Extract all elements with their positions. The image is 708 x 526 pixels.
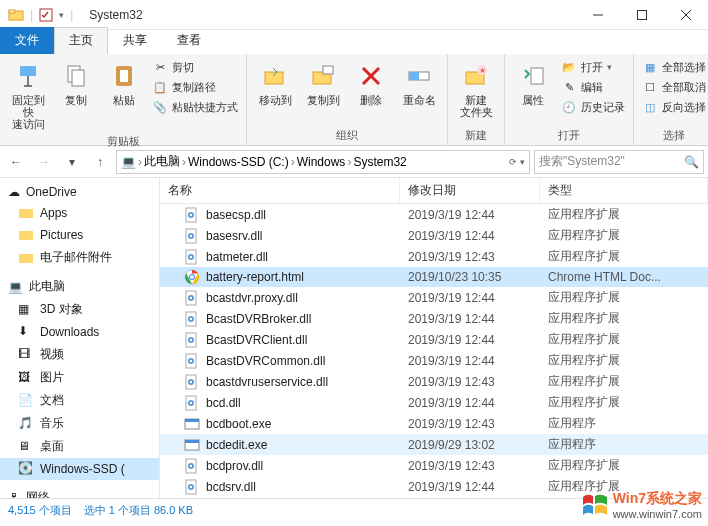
pin-button[interactable]: 固定到快 速访问 [6,58,50,132]
moveto-button[interactable]: 移动到 [253,58,297,108]
nav-music[interactable]: 🎵音乐 [0,412,159,435]
file-row[interactable]: bcdprov.dll2019/3/19 12:43应用程序扩展 [160,455,708,476]
col-date[interactable]: 修改日期 [400,178,540,203]
bc-system32[interactable]: System32 [353,155,406,169]
file-icon [184,207,200,223]
nav-videos[interactable]: 🎞视频 [0,343,159,366]
file-row[interactable]: batmeter.dll2019/3/19 12:43应用程序扩展 [160,246,708,267]
nav-docs[interactable]: 📄文档 [0,389,159,412]
file-row[interactable]: battery-report.html2019/10/23 10:35Chrom… [160,267,708,287]
rename-button[interactable]: 重命名 [397,58,441,108]
file-row[interactable]: BcastDVRClient.dll2019/3/19 12:44应用程序扩展 [160,329,708,350]
svg-point-28 [190,213,192,215]
file-name: BcastDVRCommon.dll [206,354,325,368]
file-icon [184,479,200,495]
nav-pictures[interactable]: Pictures [0,224,159,246]
nav-ssd[interactable]: 💽Windows-SSD ( [0,458,159,480]
svg-point-31 [190,234,192,236]
file-row[interactable]: bcd.dll2019/3/19 12:44应用程序扩展 [160,392,708,413]
file-icon [184,353,200,369]
up-button[interactable]: ↑ [88,150,112,174]
file-icon [184,395,200,411]
copy-button[interactable]: 复制 [54,58,98,108]
file-row[interactable]: bcdedit.exe2019/9/29 13:02应用程序 [160,434,708,455]
invertsel-button[interactable]: ◫反向选择 [640,98,708,116]
file-date: 2019/3/19 12:43 [400,250,540,264]
bc-dropdown-icon[interactable]: ⟳ ▾ [509,157,525,167]
minimize-button[interactable] [576,0,620,30]
file-date: 2019/3/19 12:44 [400,229,540,243]
file-row[interactable]: basecsp.dll2019/3/19 12:44应用程序扩展 [160,204,708,225]
nav-thispc[interactable]: 💻此电脑 [0,275,159,298]
col-name[interactable]: 名称 [160,178,400,203]
file-date: 2019/3/19 12:44 [400,396,540,410]
close-button[interactable] [664,0,708,30]
back-button[interactable]: ← [4,150,28,174]
nav-network[interactable]: 🖧网络 [0,486,159,498]
properties-button[interactable]: 属性 [511,58,555,108]
nav-3d[interactable]: ▦3D 对象 [0,298,159,321]
paste-button[interactable]: 粘贴 [102,58,146,108]
file-date: 2019/3/19 12:44 [400,333,540,347]
breadcrumb[interactable]: 💻 › 此电脑› Windows-SSD (C:)› Windows› Syst… [116,150,530,174]
tab-view[interactable]: 查看 [162,27,216,54]
tab-home[interactable]: 主页 [54,27,108,54]
file-row[interactable]: bcastdvruserservice.dll2019/3/19 12:43应用… [160,371,708,392]
nav-apps[interactable]: Apps [0,202,159,224]
file-date: 2019/10/23 10:35 [400,270,540,284]
copyto-button[interactable]: 复制到 [301,58,345,108]
column-headers[interactable]: 名称 修改日期 类型 [160,178,708,204]
qat-down-icon[interactable]: ▾ [59,10,64,20]
file-type: 应用程序扩展 [540,289,708,306]
maximize-button[interactable] [620,0,664,30]
nav-onedrive[interactable]: ☁OneDrive [0,182,159,202]
col-type[interactable]: 类型 [540,178,708,203]
file-date: 2019/3/19 12:44 [400,480,540,494]
qat-check-icon[interactable] [39,8,53,22]
file-date: 2019/3/19 12:44 [400,312,540,326]
tab-share[interactable]: 共享 [108,27,162,54]
bc-drive[interactable]: Windows-SSD (C:) [188,155,289,169]
nav-downloads[interactable]: ⬇Downloads [0,321,159,343]
copypath-button[interactable]: 📋复制路径 [150,78,240,96]
recent-button[interactable]: ▾ [60,150,84,174]
status-selection: 选中 1 个项目 86.0 KB [84,503,193,518]
folder-icon [18,205,34,221]
bc-windows[interactable]: Windows [297,155,346,169]
file-name: basecsp.dll [206,208,266,222]
file-row[interactable]: bcdboot.exe2019/3/19 12:43应用程序 [160,413,708,434]
selectall-button[interactable]: ▦全部选择 [640,58,708,76]
open-button[interactable]: 📂打开▾ [559,58,627,76]
file-type: 应用程序扩展 [540,248,708,265]
nav-attach[interactable]: 电子邮件附件 [0,246,159,269]
search-input[interactable]: 搜索"System32" 🔍 [534,150,704,174]
group-clipboard: 剪贴板 [6,132,240,149]
newfolder-button[interactable]: ★ 新建 文件夹 [454,58,498,120]
edit-button[interactable]: ✎编辑 [559,78,627,96]
drive-icon: 💽 [18,461,34,477]
forward-button[interactable]: → [32,150,56,174]
file-row[interactable]: basesrv.dll2019/3/19 12:44应用程序扩展 [160,225,708,246]
selectnone-button[interactable]: ☐全部取消 [640,78,708,96]
file-row[interactable]: BcastDVRCommon.dll2019/3/19 12:44应用程序扩展 [160,350,708,371]
file-row[interactable]: BcastDVRBroker.dll2019/3/19 12:44应用程序扩展 [160,308,708,329]
nav-images[interactable]: 🖼图片 [0,366,159,389]
history-button[interactable]: 🕘历史记录 [559,98,627,116]
nav-desktop[interactable]: 🖥桌面 [0,435,159,458]
folder-icon [18,250,34,266]
file-row[interactable]: bcastdvr.proxy.dll2019/3/19 12:44应用程序扩展 [160,287,708,308]
bc-pc[interactable]: 此电脑 [144,153,180,170]
file-list[interactable]: basecsp.dll2019/3/19 12:44应用程序扩展basesrv.… [160,204,708,498]
file-pane: 名称 修改日期 类型 basecsp.dll2019/3/19 12:44应用程… [160,178,708,498]
file-icon [184,269,200,285]
tab-file[interactable]: 文件 [0,27,54,54]
svg-point-50 [190,359,192,361]
file-type: 应用程序 [540,415,708,432]
cut-button[interactable]: ✂剪切 [150,58,240,76]
file-icon [184,437,200,453]
delete-button[interactable]: 删除 [349,58,393,108]
history-icon: 🕘 [561,99,577,115]
cube-icon: ▦ [18,302,34,318]
file-icon [184,290,200,306]
paste-shortcut-button[interactable]: 📎粘贴快捷方式 [150,98,240,116]
